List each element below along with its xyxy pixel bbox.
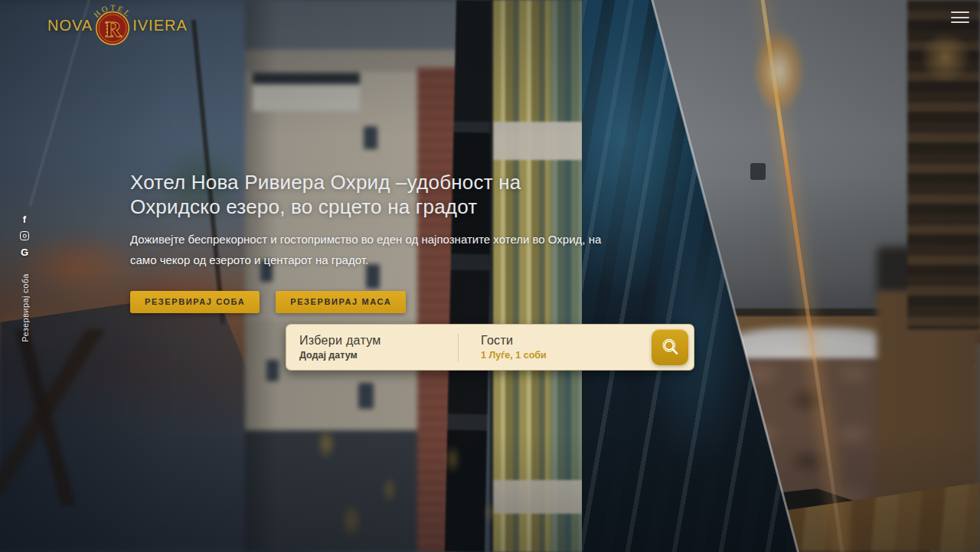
social-rail: f G [20, 214, 29, 257]
instagram-icon[interactable] [20, 231, 29, 240]
logo-riviera-text: IVIERA [132, 17, 188, 34]
hero-description: Доживејте беспрекорност и гостопримство … [130, 229, 629, 270]
search-button[interactable] [652, 329, 688, 365]
page-title: Хотел Нова Ривиера Охрид –удобност на Ох… [130, 170, 564, 219]
booking-bar: Избери датум Додај датум Гости 1 Луѓе, 1… [286, 324, 694, 371]
reserve-room-button[interactable]: РЕЗЕРВИРАЈ СОБА [130, 291, 260, 313]
logo-badge: HOTEL R [90, 3, 135, 47]
brand-logo[interactable]: NOVA HOTEL R IVIERA [47, 3, 188, 47]
google-icon[interactable]: G [21, 247, 28, 257]
logo-nova-text: NOVA [47, 17, 93, 34]
page-content: NOVA HOTEL R IVIERA f [0, 0, 980, 552]
date-field[interactable]: Избери датум Додај датум [299, 334, 458, 361]
date-label: Избери датум [299, 334, 458, 348]
hamburger-icon [951, 17, 969, 18]
guests-value: 1 Луѓе, 1 соби [481, 350, 652, 361]
menu-button[interactable] [951, 11, 971, 27]
hero-section: Хотел Нова Ривиера Охрид –удобност на Ох… [130, 170, 658, 313]
hamburger-icon [951, 21, 969, 23]
vertical-reserve-room-link[interactable]: Резервирај соба [21, 273, 30, 342]
cta-row: РЕЗЕРВИРАЈ СОБА РЕЗЕРВИРАЈ МАСА [130, 291, 658, 313]
search-icon [660, 337, 681, 358]
reserve-table-button[interactable]: РЕЗЕРВИРАЈ МАСА [276, 291, 406, 313]
hamburger-icon [951, 11, 969, 13]
hotel-hero-page: NOVA HOTEL R IVIERA f [0, 0, 980, 552]
guests-label: Гости [481, 334, 652, 348]
guests-field[interactable]: Гости 1 Луѓе, 1 соби [459, 334, 652, 361]
logo-badge-letter: R [105, 16, 122, 41]
facebook-icon[interactable]: f [23, 214, 26, 224]
date-value: Додај датум [299, 350, 458, 361]
